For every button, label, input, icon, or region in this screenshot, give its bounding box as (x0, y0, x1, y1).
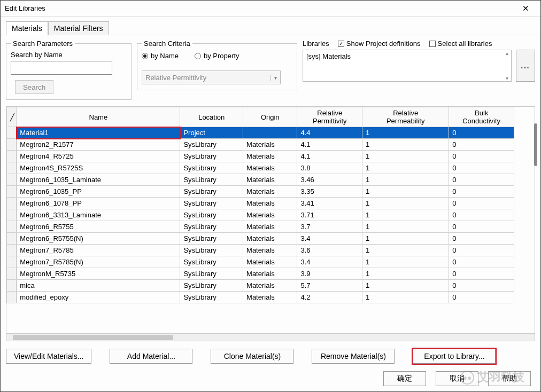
radio-by-property[interactable]: by Property (195, 52, 239, 60)
tab-materials[interactable]: Materials (6, 21, 48, 35)
horizontal-scrollbar[interactable] (6, 333, 535, 341)
table-row[interactable]: Megtron6_R5755SysLibraryMaterials3.710 (7, 221, 514, 233)
table-cell: Material1 (17, 127, 180, 139)
table-row[interactable]: Megtron6_1078_PPSysLibraryMaterials3.411… (7, 198, 514, 209)
select-all-libraries-checkbox[interactable]: Select all libraries (429, 40, 492, 48)
search-button[interactable]: Search (15, 80, 53, 94)
table-row[interactable]: MegtronM_R5735SysLibraryMaterials3.910 (7, 268, 514, 280)
radio-dot-icon (195, 53, 201, 59)
vertical-scrollbar-stub[interactable] (534, 123, 537, 166)
table-cell: 3.6 (297, 245, 362, 256)
table-row[interactable]: Megtron6_R5755(N)SysLibraryMaterials3.41… (7, 233, 514, 245)
table-cell: Materials (243, 221, 297, 233)
libraries-scrollbar[interactable]: ▴ ▾ (503, 50, 511, 81)
table-cell: modified_epoxy (17, 292, 180, 303)
table-cell (7, 198, 17, 209)
table-cell: Megtron2_R1577 (17, 139, 180, 151)
table-cell: 3.4 (297, 256, 362, 268)
table-cell: Materials (243, 151, 297, 162)
libraries-more-button[interactable]: ... (516, 50, 535, 82)
table-cell: 1 (362, 268, 449, 280)
libraries-list[interactable]: [sys] Materials ▴ ▾ (303, 50, 512, 82)
checkbox-icon (429, 41, 436, 47)
add-material-button[interactable]: Add Material... (110, 349, 192, 364)
table-row[interactable]: Megtron6_1035_PPSysLibraryMaterials3.351… (7, 186, 514, 198)
table-cell (7, 162, 17, 174)
col-bulk-conductivity[interactable]: BulkConductivity (449, 107, 514, 127)
scrollbar-thumb[interactable] (13, 335, 173, 340)
table-cell: 0 (449, 127, 514, 139)
table-cell: 1 (362, 127, 449, 139)
materials-grid-scroll[interactable]: ╱ Name Location Origin RelativePermittiv… (6, 107, 535, 333)
table-cell: SysLibrary (180, 162, 243, 174)
table-cell (7, 268, 17, 280)
view-edit-materials-button[interactable]: View/Edit Materials... (6, 349, 91, 364)
table-cell: 3.41 (297, 198, 362, 209)
table-cell: mica (17, 280, 180, 292)
libraries-block: Libraries ✓ Show Project definitions Sel… (303, 40, 535, 82)
table-cell: 0 (449, 151, 514, 162)
show-project-definitions-checkbox[interactable]: ✓ Show Project definitions (338, 40, 421, 48)
table-cell: 5.7 (297, 280, 362, 292)
table-cell (243, 127, 297, 139)
table-cell: SysLibrary (180, 174, 243, 186)
table-cell: SysLibrary (180, 151, 243, 162)
table-row[interactable]: Megtron6_3313_LaminateSysLibraryMaterial… (7, 209, 514, 221)
table-cell (7, 292, 17, 303)
table-row[interactable]: Megtron4S_R5725SSysLibraryMaterials3.810 (7, 162, 514, 174)
table-cell (7, 186, 17, 198)
tab-material-filters[interactable]: Material Filters (48, 21, 109, 35)
table-row[interactable]: Megtron7_R5785(N)SysLibraryMaterials3.41… (7, 256, 514, 268)
table-row[interactable]: micaSysLibraryMaterials5.710 (7, 280, 514, 292)
table-cell: SysLibrary (180, 233, 243, 245)
table-cell: 1 (362, 256, 449, 268)
cancel-button[interactable]: 取消 (436, 371, 478, 386)
col-origin[interactable]: Origin (243, 107, 297, 127)
table-cell: 1 (362, 186, 449, 198)
col-rel-permeability[interactable]: RelativePermeability (362, 107, 449, 127)
col-handle[interactable]: ╱ (7, 107, 17, 127)
table-cell: 0 (449, 139, 514, 151)
table-row[interactable]: Megtron7_R5785SysLibraryMaterials3.610 (7, 245, 514, 256)
col-name[interactable]: Name (17, 107, 180, 127)
table-cell: SysLibrary (180, 186, 243, 198)
dialog-body: Search Parameters Search by Name Search … (1, 35, 540, 368)
col-location[interactable]: Location (180, 107, 243, 127)
table-row[interactable]: modified_epoxySysLibraryMaterials4.210 (7, 292, 514, 303)
table-cell: 0 (449, 162, 514, 174)
col-rel-permittivity[interactable]: RelativePermittivity (297, 107, 362, 127)
table-cell: 3.35 (297, 186, 362, 198)
property-combo[interactable]: Relative Permittivity ▾ (142, 70, 281, 84)
table-cell: 1 (362, 221, 449, 233)
show-project-definitions-label: Show Project definitions (346, 40, 421, 48)
remove-materials-button[interactable]: Remove Material(s) (312, 349, 395, 364)
table-cell: 3.46 (297, 174, 362, 186)
table-cell: Materials (243, 139, 297, 151)
table-cell: Megtron6_1035_PP (17, 186, 180, 198)
table-row[interactable]: Megtron2_R1577SysLibraryMaterials4.110 (7, 139, 514, 151)
table-row[interactable]: Material1Project4.410 (7, 127, 514, 139)
table-cell: SysLibrary (180, 221, 243, 233)
table-cell: Materials (243, 162, 297, 174)
table-row[interactable]: Megtron6_1035_LaminateSysLibraryMaterial… (7, 174, 514, 186)
table-row[interactable]: Megtron4_R5725SysLibraryMaterials4.110 (7, 151, 514, 162)
search-by-name-input[interactable] (11, 61, 112, 75)
table-cell: Materials (243, 245, 297, 256)
table-cell: 0 (449, 256, 514, 268)
clone-materials-button[interactable]: Clone Material(s) (211, 349, 293, 364)
table-cell: SysLibrary (180, 209, 243, 221)
table-cell: Megtron6_1078_PP (17, 198, 180, 209)
table-cell: 3.4 (297, 233, 362, 245)
radio-by-name[interactable]: by Name (142, 52, 179, 60)
ok-button[interactable]: 确定 (383, 371, 426, 386)
dialog-button-row: 确定 取消 帮助 (1, 368, 540, 391)
help-button[interactable]: 帮助 (488, 371, 531, 386)
export-to-library-button[interactable]: Export to Library... (413, 349, 496, 364)
table-cell: SysLibrary (180, 198, 243, 209)
libraries-list-item[interactable]: [sys] Materials (306, 52, 508, 60)
table-cell: Materials (243, 198, 297, 209)
table-cell: MegtronM_R5735 (17, 268, 180, 280)
table-cell: Materials (243, 292, 297, 303)
close-button[interactable]: ✕ (515, 1, 536, 16)
table-cell: SysLibrary (180, 245, 243, 256)
